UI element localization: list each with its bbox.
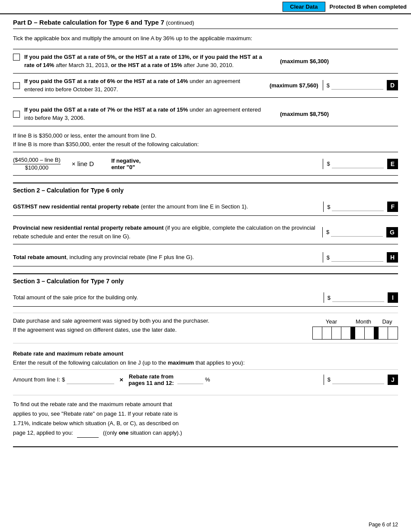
date-day-2: [388, 327, 398, 339]
checkbox-1[interactable]: [13, 54, 20, 61]
dollar-g: $: [326, 229, 329, 235]
date-sep-1: [351, 327, 355, 339]
line-j-row: Amount from line I: $ × Rebate rate from…: [13, 369, 398, 390]
field-e-input[interactable]: [332, 160, 384, 168]
line-i-text: Total amount of the sale price for the b…: [13, 293, 324, 302]
date-year-2: [322, 327, 332, 339]
rebate-rate-section: Rebate rate and maximum rebate amount En…: [13, 349, 398, 390]
formula-numerator: ($450,000 – line B): [13, 157, 61, 164]
date-input-boxes[interactable]: [312, 327, 398, 340]
dollar-f: $: [327, 204, 330, 210]
if-negative: If negative, enter "0": [111, 157, 141, 170]
bottom-note: To find out the rebate rate and the maxi…: [13, 395, 398, 438]
field-j-input[interactable]: [332, 375, 384, 384]
section-3-header: Section 3 – Calculation for Type 7 only: [13, 273, 398, 285]
field-i-input[interactable]: [332, 293, 384, 302]
checkbox-row-2: If you paid the GST at a rate of 6% or t…: [13, 73, 398, 98]
field-f-badge: F: [387, 202, 398, 212]
date-row: Date purchase and sale agreement was sig…: [13, 313, 398, 343]
field-j-badge: J: [388, 375, 398, 385]
checkbox-2-text: If you paid the GST at a rate of 6% or t…: [24, 77, 261, 94]
date-month-2: [365, 327, 374, 339]
field-f-input[interactable]: [332, 202, 384, 211]
percent-sign: %: [205, 376, 210, 383]
situation-blank[interactable]: [77, 437, 99, 438]
line-b-instruction: If line B is $350,000 or less, enter the…: [13, 131, 398, 150]
field-d-badge: D: [387, 80, 398, 90]
checkbox-1-text: If you paid the GST at a rate of 5%, or …: [24, 53, 271, 70]
checkbox-row-3: If you paid the GST at a rate of 7% or t…: [13, 102, 398, 126]
page-footer: Page 6 of 12: [369, 522, 398, 528]
line-i-ref-input[interactable]: [67, 375, 114, 384]
line-f-row: GST/HST new residential rental property …: [13, 198, 398, 216]
checkbox-3-max: (maximum $8,750): [280, 111, 329, 117]
field-d-input[interactable]: [331, 81, 383, 90]
field-g-input[interactable]: [331, 228, 383, 237]
dollar-sign-i-ref: $: [62, 376, 65, 383]
checkbox-1-max: (maximum $6,300): [280, 58, 329, 64]
field-e-badge: E: [387, 159, 398, 169]
date-year-4: [341, 327, 351, 339]
field-i-badge: I: [388, 292, 398, 303]
date-text: Date purchase and sale agreement was sig…: [13, 317, 312, 335]
day-label: Day: [376, 318, 398, 325]
year-label: Year: [312, 318, 350, 325]
dollar-h: $: [327, 254, 330, 261]
line-h-row: Total rebate amount, including any provi…: [13, 249, 398, 266]
date-month-1: [355, 327, 365, 339]
date-sep-2: [374, 327, 379, 339]
protected-label: Protected B when completed: [330, 3, 407, 10]
line-i-row: Total amount of the sale price for the b…: [13, 289, 398, 307]
amount-from-i-label: Amount from line I:: [13, 376, 60, 383]
field-h-input[interactable]: [331, 253, 383, 262]
intro-text: Tick the applicable box and multiply the…: [13, 34, 398, 43]
date-year-1: [313, 327, 322, 339]
bottom-note-text: To find out the rebate rate and the maxi…: [13, 400, 398, 438]
date-fields: Year Month Day: [312, 317, 398, 340]
clear-data-button[interactable]: Clear Data: [283, 2, 325, 12]
times-symbol: × line D: [72, 160, 94, 167]
times-j: ×: [119, 376, 123, 383]
dollar-d: $: [327, 82, 330, 89]
formula-denominator: $100,000: [13, 164, 61, 171]
page-header: Clear Data Protected B when completed: [0, 0, 411, 14]
rebate-rate-input[interactable]: [177, 375, 203, 384]
dollar-j: $: [328, 376, 331, 383]
dollar-i: $: [328, 295, 331, 301]
formula-row: ($450,000 – line B) $100,000 × line D If…: [13, 152, 398, 176]
section-2-header: Section 2 – Calculation for Type 6 only: [13, 183, 398, 194]
checkbox-3[interactable]: [13, 111, 20, 118]
checkbox-2[interactable]: [13, 82, 20, 89]
date-year-3: [332, 327, 341, 339]
field-g-badge: G: [386, 227, 398, 237]
checkbox-row-1: If you paid the GST at a rate of 5%, or …: [13, 49, 398, 73]
field-h-badge: H: [387, 252, 398, 263]
dollar-e: $: [327, 160, 330, 167]
checkbox-2-max: (maximum $7,560): [270, 82, 318, 89]
date-day-1: [379, 327, 388, 339]
month-label: Month: [350, 318, 376, 325]
checkbox-3-text: If you paid the GST at a rate of 7% or t…: [24, 106, 271, 122]
line-g-row: Provincial new residential rental proper…: [13, 220, 398, 244]
part-d-title: Part D – Rebate calculation for Type 6 a…: [13, 19, 398, 29]
rate-label: Rebate rate from pages 11 and 12:: [128, 373, 174, 386]
